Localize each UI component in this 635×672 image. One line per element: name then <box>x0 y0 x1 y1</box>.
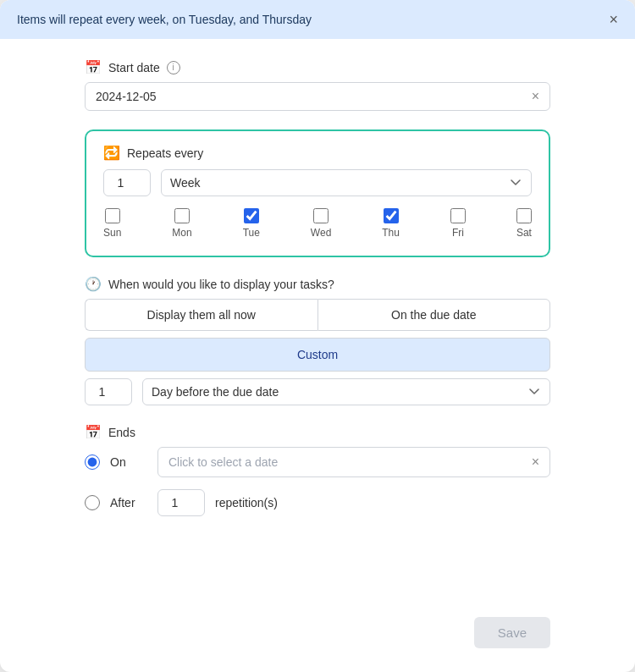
day-checkbox-thu[interactable] <box>384 208 399 223</box>
custom-controls: Day before the due date Week before the … <box>85 378 550 405</box>
ends-on-option: On Click to select a date × <box>85 447 550 477</box>
banner-text: Items will repeat every week, on Tuesday… <box>17 13 312 26</box>
repeats-label: Repeats every <box>127 146 203 160</box>
ends-after-label: After <box>110 496 147 510</box>
info-icon: i <box>167 61 180 74</box>
day-item-wed: Wed <box>311 208 331 239</box>
display-label-row: 🕐 When would you like to display your ta… <box>85 276 550 292</box>
custom-number-input[interactable] <box>85 378 132 405</box>
ends-date-clear-button[interactable]: × <box>532 454 539 470</box>
ends-label-row: 📅 Ends <box>85 424 550 440</box>
repeats-period-select[interactable]: Day Week Month Year <box>161 169 532 196</box>
ends-after-option: After repetition(s) <box>85 489 550 516</box>
display-custom-button[interactable]: Custom <box>85 338 550 372</box>
day-label-mon: Mon <box>172 227 191 239</box>
repeats-section: 🔁 Repeats every Day Week Month Year Sun <box>85 129 550 257</box>
ends-options: On Click to select a date × After repeti… <box>85 447 550 516</box>
day-label-sat: Sat <box>516 227 532 239</box>
start-date-label-row: 📅 Start date i <box>85 59 550 75</box>
ends-after-number-input[interactable] <box>157 489 205 516</box>
repetitions-label: repetition(s) <box>215 496 278 510</box>
save-button[interactable]: Save <box>474 617 550 648</box>
footer: Save <box>0 617 635 672</box>
display-all-now-button[interactable]: Display them all now <box>85 299 318 331</box>
display-btn-group: Display them all now On the due date <box>85 299 550 331</box>
ends-label: Ends <box>108 426 135 439</box>
day-checkbox-sun[interactable] <box>105 208 120 223</box>
day-checkbox-fri[interactable] <box>450 208 466 223</box>
repeats-controls: Day Week Month Year <box>103 169 532 196</box>
ends-after-radio[interactable] <box>85 495 100 510</box>
ends-calendar-icon: 📅 <box>85 424 102 440</box>
start-date-input-row: × <box>85 82 550 111</box>
start-date-section: 📅 Start date i × <box>85 59 550 111</box>
day-label-thu: Thu <box>382 227 400 239</box>
day-item-tue: Tue <box>243 208 260 239</box>
display-section: 🕐 When would you like to display your ta… <box>85 276 550 405</box>
day-checkbox-wed[interactable] <box>313 208 329 223</box>
day-checkbox-sat[interactable] <box>516 208 532 223</box>
banner: Items will repeat every week, on Tuesday… <box>0 0 635 39</box>
ends-section: 📅 Ends On Click to select a date × After <box>85 424 550 516</box>
clock-icon: 🕐 <box>85 276 102 292</box>
modal: Items will repeat every week, on Tuesday… <box>0 0 635 672</box>
display-on-due-button[interactable]: On the due date <box>318 299 551 331</box>
ends-on-label: On <box>110 455 147 469</box>
day-label-sun: Sun <box>103 227 121 239</box>
day-label-fri: Fri <box>452 227 464 239</box>
day-item-fri: Fri <box>450 208 466 239</box>
day-label-wed: Wed <box>311 227 331 239</box>
day-item-mon: Mon <box>172 208 191 239</box>
start-date-clear-button[interactable]: × <box>532 90 539 103</box>
ends-on-radio[interactable] <box>85 454 100 470</box>
day-checkbox-tue[interactable] <box>244 208 259 223</box>
day-item-sat: Sat <box>516 208 532 239</box>
calendar-icon: 📅 <box>85 59 102 75</box>
day-item-thu: Thu <box>382 208 400 239</box>
start-date-input[interactable] <box>96 90 532 103</box>
repeats-number-input[interactable] <box>103 169 151 196</box>
display-question: When would you like to display your task… <box>108 278 334 291</box>
day-item-sun: Sun <box>103 208 121 239</box>
repeat-icon: 🔁 <box>103 145 120 161</box>
banner-close-button[interactable]: × <box>609 12 618 27</box>
start-date-label: Start date <box>108 61 160 74</box>
custom-period-select[interactable]: Day before the due date Week before the … <box>142 378 550 405</box>
content-area: 📅 Start date i × 🔁 Repeats every Day Wee… <box>0 39 635 617</box>
ends-date-input-row[interactable]: Click to select a date × <box>157 447 550 477</box>
days-row: Sun Mon Tue Wed Thu <box>103 208 532 239</box>
day-label-tue: Tue <box>243 227 260 239</box>
repeats-label-row: 🔁 Repeats every <box>103 145 532 161</box>
ends-date-placeholder: Click to select a date <box>168 455 532 469</box>
day-checkbox-mon[interactable] <box>174 208 190 223</box>
